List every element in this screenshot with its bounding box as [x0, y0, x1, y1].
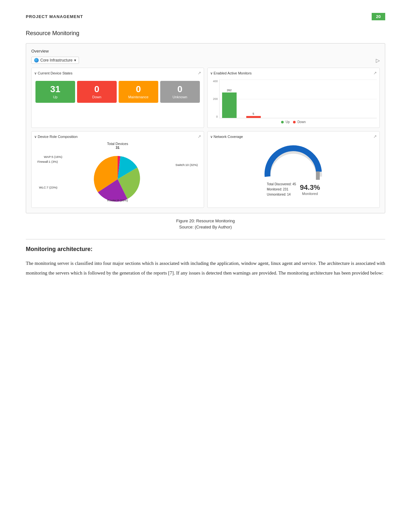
bar-chart-bars-area: 262 5 [219, 80, 377, 118]
panel-header-composition: ∨ Device Role Composition ↗ [34, 134, 201, 139]
legend-up-dot [281, 121, 284, 123]
pie-total-value: 31 [116, 146, 120, 150]
panel-title-network: ∨ Network Coverage [210, 135, 243, 139]
pie-label-firewall: Firewall:1 (3%) [37, 160, 58, 163]
state-up-box: 31 Up [35, 81, 75, 103]
panel-current-device-states: ∨ Current Device States ↗ 31 Up 0 Down 0… [31, 68, 204, 128]
core-infra-label: Core Infrastructure [40, 58, 73, 63]
state-unknown-box: 0 Unknown [160, 81, 200, 103]
legend-up-label: Up [286, 120, 290, 124]
y-axis-labels: 400 200 0 [210, 80, 219, 118]
dashboard-grid: ∨ Current Device States ↗ 31 Up 0 Down 0… [31, 68, 380, 208]
resource-monitoring-title: Resource Monitoring [26, 30, 385, 37]
bar-down [246, 116, 261, 118]
expand-composition-icon[interactable]: ↗ [198, 134, 201, 139]
bar-chart-with-labels: 400 200 0 262 [210, 80, 377, 118]
export-icon[interactable]: ▷ [376, 57, 380, 63]
dashboard-wrapper: Overview Core Infrastructure ▷ ∨ Current… [26, 43, 385, 213]
page-title: PROJECT MANAGEMENT [26, 14, 83, 19]
core-infrastructure-button[interactable]: Core Infrastructure [31, 57, 79, 64]
y-label-200: 200 [210, 97, 218, 101]
bar-down-value-label: 5 [252, 112, 254, 115]
bar-chart-container: 400 200 0 262 [210, 78, 377, 125]
figure-source: Source: (Created By Author) [26, 225, 385, 229]
legend-down: Down [293, 120, 306, 124]
legend-down-label: Down [298, 120, 306, 124]
pie-label-wlc: WLC:7 (23%) [39, 186, 57, 189]
panel-header-device-states: ∨ Current Device States ↗ [34, 71, 201, 76]
gridline-mid [220, 99, 377, 99]
state-unknown-number: 0 [177, 85, 182, 94]
state-down-label: Down [92, 95, 101, 99]
pie-label-switch: Switch:10 (32%) [175, 163, 198, 167]
state-maintenance-box: 0 Maintenance [119, 81, 158, 103]
gauge-info: Total Discovered: 45 Monitored: 231 Unmo… [267, 182, 320, 197]
page-header: PROJECT MANAGEMENT 20 [26, 13, 385, 20]
section-divider [26, 239, 385, 239]
panel-title-device-states: ∨ Current Device States [34, 71, 73, 75]
monitoring-architecture-body: The monitoring server is classified into… [26, 258, 385, 278]
pie-total-label: Total Devices 31 [34, 142, 201, 150]
panel-header-monitors: ∨ Enabled Active Monitors ↗ [210, 71, 377, 76]
dashboard-toolbar: Core Infrastructure ▷ [31, 57, 380, 64]
panel-device-role-composition: ∨ Device Role Composition ↗ Total Device… [31, 131, 204, 208]
panel-title-monitors: ∨ Enabled Active Monitors [210, 71, 252, 75]
chevron-down-icon [74, 58, 76, 63]
gauge-stat-monitored: Monitored: 231 [267, 187, 296, 192]
pie-label-router: Router:8 (26%) [107, 198, 128, 202]
bar-chart-legend: Up Down [210, 120, 377, 124]
gauge-percent-label: Monitored [300, 192, 320, 196]
state-maintenance-label: Maintenance [128, 95, 149, 99]
bar-up-container: 262 [222, 89, 237, 118]
gauge-container: Total Discovered: 45 Monitored: 231 Unmo… [210, 142, 377, 200]
monitoring-architecture-heading: Monitoring architecture: [26, 246, 385, 253]
overview-label: Overview [31, 49, 380, 53]
page-number: 20 [372, 13, 385, 20]
y-label-400: 400 [210, 80, 218, 83]
pie-label-wap: WAP:5 (16%) [44, 155, 62, 159]
gauge-stat-unmonitored: Unmonitored: 14 [267, 192, 296, 197]
globe-icon [34, 58, 39, 63]
bar-down-container: 5 [246, 112, 261, 118]
gauge-end-marker [316, 171, 320, 180]
expand-monitors-icon[interactable]: ↗ [373, 71, 377, 76]
panel-enabled-active-monitors: ∨ Enabled Active Monitors ↗ 400 200 0 [207, 68, 380, 128]
panel-title-composition: ∨ Device Role Composition [34, 135, 78, 139]
figure-caption: Figure 20: Resource Monitoring [26, 218, 385, 223]
state-up-number: 31 [50, 85, 60, 94]
gridline-top [220, 80, 377, 80]
expand-device-states-icon[interactable]: ↗ [198, 71, 201, 76]
panel-network-coverage: ∨ Network Coverage ↗ [207, 131, 380, 208]
state-down-box: 0 Down [77, 81, 117, 103]
state-maintenance-number: 0 [136, 85, 141, 94]
bar-up [222, 92, 237, 118]
gauge-percent-container: 94.3% Monitored [300, 183, 320, 196]
y-label-0: 0 [210, 115, 218, 118]
legend-down-dot [293, 121, 296, 123]
state-unknown-label: Unknown [172, 95, 187, 99]
state-up-label: Up [53, 95, 57, 99]
device-states-list: 31 Up 0 Down 0 Maintenance 0 Unknown [34, 78, 201, 105]
gauge-svg [261, 144, 326, 180]
gauge-stat-discovered: Total Discovered: 45 [267, 182, 296, 187]
panel-header-network: ∨ Network Coverage ↗ [210, 134, 377, 139]
gauge-percent-value: 94.3% [300, 183, 320, 192]
expand-network-icon[interactable]: ↗ [373, 134, 377, 139]
gauge-stats: Total Discovered: 45 Monitored: 231 Unmo… [267, 182, 296, 197]
legend-up: Up [281, 120, 290, 124]
state-down-number: 0 [94, 85, 100, 94]
bar-up-value-label: 262 [227, 89, 231, 92]
